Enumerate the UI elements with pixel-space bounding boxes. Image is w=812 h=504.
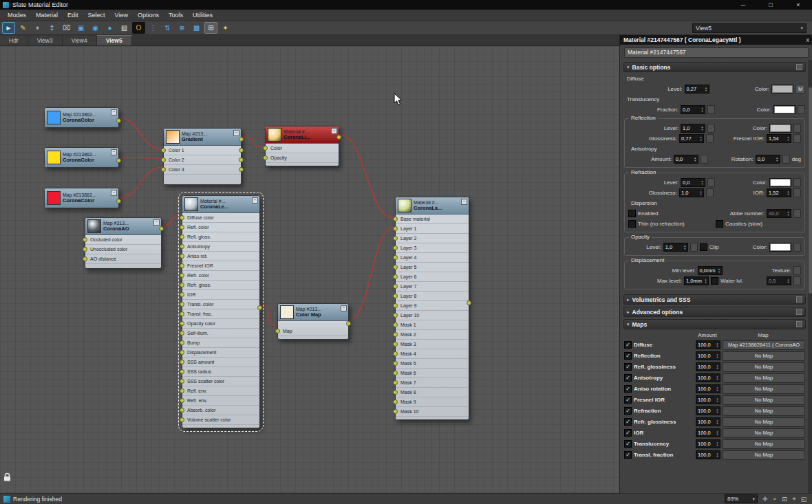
spinner[interactable]: 40,0▲▼ bbox=[767, 209, 791, 218]
spinner[interactable]: 1,0▲▼ bbox=[679, 188, 704, 197]
input-socket-icon[interactable] bbox=[83, 256, 87, 261]
output-socket-icon[interactable] bbox=[239, 167, 244, 172]
input-socket-icon[interactable] bbox=[393, 245, 398, 250]
slot-layer-1[interactable]: Layer 1 bbox=[396, 224, 469, 234]
map-checkbox[interactable]: ✓ bbox=[624, 341, 632, 349]
node-gradient[interactable]: Map #213...Gradient−Color 1Color 2Color … bbox=[163, 128, 242, 185]
input-socket-icon[interactable] bbox=[180, 292, 184, 297]
slot-refl-gloss[interactable]: Refl. gloss. bbox=[182, 232, 259, 242]
slot-anisotropy[interactable]: Anisotropy bbox=[182, 242, 259, 252]
output-socket-icon[interactable] bbox=[467, 300, 471, 305]
spinner[interactable]: 100,0▲▼ bbox=[696, 373, 720, 382]
material-checker-icon[interactable]: ▧ bbox=[118, 22, 131, 34]
spinner-arrows-icon[interactable]: ▲▼ bbox=[704, 87, 709, 91]
node-collapse-button[interactable]: − bbox=[111, 190, 117, 196]
input-socket-icon[interactable] bbox=[180, 360, 184, 364]
spinner[interactable]: 1,52▲▼ bbox=[767, 188, 791, 197]
input-socket-icon[interactable] bbox=[393, 265, 398, 270]
input-socket-icon[interactable] bbox=[393, 371, 398, 375]
map-button[interactable]: No Map bbox=[723, 395, 805, 405]
map-button[interactable]: No Map bbox=[723, 362, 805, 372]
output-socket-icon[interactable] bbox=[239, 157, 244, 162]
slot-map[interactable]: Map bbox=[278, 327, 348, 336]
output-socket-icon[interactable] bbox=[159, 226, 164, 231]
spinner[interactable]: 1,0▲▼ bbox=[663, 243, 688, 252]
slot-displacement[interactable]: Displacement bbox=[182, 348, 259, 358]
checkbox-water-lvl[interactable]: Water lvl. bbox=[711, 277, 765, 285]
pick-material-icon[interactable]: ⌖ bbox=[31, 22, 44, 34]
input-socket-icon[interactable] bbox=[180, 417, 184, 422]
slot-mask-1[interactable]: Mask 1 bbox=[396, 320, 469, 330]
node-collapse-button[interactable]: − bbox=[111, 109, 117, 116]
output-socket-icon[interactable] bbox=[239, 148, 244, 153]
tab-view5[interactable]: View5 bbox=[97, 35, 132, 45]
rollout-basic-options[interactable]: ▾Basic options bbox=[623, 62, 806, 72]
spinner[interactable]: 100,0▲▼ bbox=[696, 395, 720, 404]
slot-ior[interactable]: IOR bbox=[182, 290, 259, 300]
input-socket-icon[interactable] bbox=[393, 226, 398, 231]
menu-edit[interactable]: Edit bbox=[63, 12, 83, 19]
input-socket-icon[interactable] bbox=[180, 340, 184, 345]
input-socket-icon[interactable] bbox=[393, 236, 398, 241]
spinner-arrows-icon[interactable]: ▲▼ bbox=[715, 441, 720, 446]
spinner-arrows-icon[interactable]: ▲▼ bbox=[698, 136, 703, 141]
spinner[interactable]: 0,27▲▼ bbox=[685, 85, 709, 94]
slot-transl-color[interactable]: Transl. color bbox=[182, 300, 259, 309]
spinner[interactable]: 100,0▲▼ bbox=[696, 351, 720, 360]
rollout-pin-icon[interactable] bbox=[796, 321, 802, 327]
spinner[interactable]: 100,0▲▼ bbox=[696, 340, 720, 349]
input-socket-icon[interactable] bbox=[393, 284, 398, 289]
minimize-button[interactable]: ─ bbox=[729, 0, 757, 10]
scrollbar-thumb[interactable] bbox=[809, 87, 812, 294]
slot-mask-6[interactable]: Mask 6 bbox=[396, 369, 469, 378]
spinner-arrows-icon[interactable]: ▲▼ bbox=[715, 419, 720, 424]
slot-refl-env[interactable]: Refl. env. bbox=[182, 386, 259, 396]
output-socket-icon[interactable] bbox=[116, 199, 121, 204]
input-socket-icon[interactable] bbox=[180, 273, 184, 278]
spinner[interactable]: 100,0▲▼ bbox=[696, 428, 720, 437]
spinner-arrows-icon[interactable]: ▲▼ bbox=[703, 278, 708, 283]
node-color-map[interactable]: Map #213...Color Map−Map bbox=[277, 303, 349, 340]
slot-refl-color[interactable]: Refl. color bbox=[182, 223, 259, 232]
node-corona-ao[interactable]: Map #213...CoronaAO−Occluded colorUnoccl… bbox=[85, 217, 162, 269]
map-shortcut-button[interactable] bbox=[701, 155, 708, 164]
spinner[interactable]: 100,0▲▼ bbox=[696, 439, 720, 448]
input-socket-icon[interactable] bbox=[161, 157, 166, 162]
rollout-advanced-options[interactable]: ▸Advanced options bbox=[623, 307, 806, 317]
node-collapse-button[interactable]: − bbox=[461, 199, 467, 205]
input-socket-icon[interactable] bbox=[180, 398, 184, 403]
node-collapse-button[interactable]: − bbox=[341, 305, 347, 311]
map-button[interactable]: No Map bbox=[723, 439, 805, 449]
map-checkbox[interactable]: ✓ bbox=[624, 429, 632, 437]
spinner-arrows-icon[interactable]: ▲▼ bbox=[700, 107, 705, 112]
spinner-arrows-icon[interactable]: ▲▼ bbox=[715, 342, 720, 347]
output-socket-icon[interactable] bbox=[257, 305, 262, 310]
map-checkbox[interactable]: ✓ bbox=[624, 407, 632, 415]
slot-ao-distance[interactable]: AO distance bbox=[85, 254, 161, 264]
slot-fresnel-ior[interactable]: Fresnel IOR bbox=[182, 261, 259, 271]
node-corona-color-blue[interactable]: Map #213862...CoronaColor− bbox=[44, 107, 119, 128]
map-button[interactable]: No Map bbox=[723, 428, 805, 438]
slot-color-3[interactable]: Color 3 bbox=[164, 165, 241, 175]
input-socket-icon[interactable] bbox=[180, 379, 184, 384]
slot-layer-9[interactable]: Layer 9 bbox=[396, 301, 469, 311]
map-shortcut-button[interactable] bbox=[793, 134, 801, 143]
color-swatch[interactable] bbox=[769, 178, 791, 187]
rollout-volumetrics-and-sss[interactable]: ▸Volumetrics and SSS bbox=[623, 294, 806, 305]
separator-dots-icon[interactable]: ⋮ bbox=[147, 22, 160, 34]
map-button[interactable]: No Map bbox=[723, 450, 805, 460]
spinner-arrows-icon[interactable]: ▲▼ bbox=[715, 452, 720, 457]
input-socket-icon[interactable] bbox=[393, 361, 398, 366]
output-socket-icon[interactable] bbox=[336, 135, 341, 140]
input-socket-icon[interactable] bbox=[263, 146, 268, 151]
input-socket-icon[interactable] bbox=[180, 215, 184, 220]
input-socket-icon[interactable] bbox=[393, 313, 398, 318]
map-checkbox[interactable]: ✓ bbox=[624, 396, 632, 404]
slot-volume-scatter-color[interactable]: Volume scatter color bbox=[182, 415, 259, 425]
input-socket-icon[interactable] bbox=[393, 380, 398, 385]
input-socket-icon[interactable] bbox=[161, 148, 166, 153]
map-shortcut-button[interactable] bbox=[793, 178, 801, 187]
spinner[interactable]: 0,0▲▼ bbox=[756, 155, 780, 164]
input-socket-icon[interactable] bbox=[263, 155, 268, 160]
slot-mask-8[interactable]: Mask 8 bbox=[396, 388, 469, 397]
